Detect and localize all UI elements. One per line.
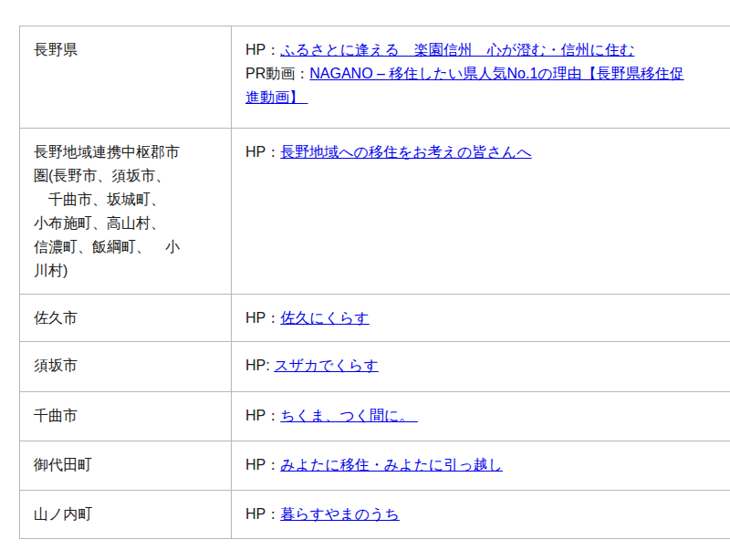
links-cell: HP：長野地域への移住をお考えの皆さんへ: [232, 129, 730, 295]
hp-line: HP：長野地域への移住をお考えの皆さんへ: [245, 140, 730, 164]
region-name: 千曲市: [34, 404, 218, 428]
hp-link[interactable]: スザカでくらす: [274, 358, 379, 373]
municipality-hp-table: 長野県 HP：ふるさとに逢える 楽園信州 心が澄む・信州に住む PR動画：NAG…: [19, 26, 730, 539]
hp-line: HP：ふるさとに逢える 楽園信州 心が澄む・信州に住む: [245, 38, 730, 62]
region-name: 佐久市: [34, 306, 218, 330]
hp-line: HP：佐久にくらす: [245, 306, 730, 330]
table-row: 山ノ内町 HP：暮らすやまのうち: [20, 491, 730, 539]
links-cell: HP: スザカでくらす: [232, 342, 730, 392]
table-row: 長野地域連携中枢郡市 圏(長野市、須坂市、 千曲市、坂城町、 小布施町、高山村、…: [20, 129, 730, 295]
links-cell: HP：みよたに移住・みよたに引っ越し: [232, 441, 730, 491]
region-cell: 千曲市: [20, 392, 232, 441]
table-row: 須坂市 HP: スザカでくらす: [20, 342, 730, 392]
hp-label: HP:: [245, 358, 274, 373]
hp-link[interactable]: 暮らすやまのうち: [280, 506, 400, 522]
links-cell: HP：暮らすやまのうち: [232, 491, 730, 539]
table-row: 千曲市 HP：ちくま、つく間に。: [20, 392, 730, 441]
hp-label: HP：: [245, 144, 280, 160]
pr-video-label: PR動画：: [245, 66, 309, 81]
hp-link[interactable]: 佐久にくらす: [280, 310, 370, 326]
links-cell: HP：ふるさとに逢える 楽園信州 心が澄む・信州に住む PR動画：NAGANO …: [232, 26, 730, 129]
hp-label: HP：: [245, 408, 280, 423]
region-cell: 長野地域連携中枢郡市 圏(長野市、須坂市、 千曲市、坂城町、 小布施町、高山村、…: [20, 129, 232, 295]
region-name: 御代田町: [34, 453, 218, 477]
hp-line: HP：ちくま、つく間に。: [245, 404, 730, 428]
hp-label: HP：: [245, 42, 280, 57]
table-row: 佐久市 HP：佐久にくらす: [20, 295, 730, 342]
table-row: 御代田町 HP：みよたに移住・みよたに引っ越し: [20, 441, 730, 491]
region-cell: 御代田町: [20, 441, 232, 491]
hp-label: HP：: [245, 457, 280, 472]
region-name: 山ノ内町: [34, 503, 218, 526]
region-name: 長野地域連携中枢郡市 圏(長野市、須坂市、 千曲市、坂城町、 小布施町、高山村、…: [34, 140, 218, 283]
region-cell: 佐久市: [20, 295, 232, 342]
region-cell: 山ノ内町: [20, 491, 232, 539]
hp-label: HP：: [245, 506, 280, 522]
hp-line: HP：みよたに移住・みよたに引っ越し: [245, 453, 730, 477]
hp-link[interactable]: 長野地域への移住をお考えの皆さんへ: [280, 144, 531, 160]
hp-line: HP: スザカでくらす: [245, 354, 730, 378]
links-cell: HP：佐久にくらす: [232, 295, 730, 342]
hp-line: HP：暮らすやまのうち: [245, 503, 730, 526]
table-row: 長野県 HP：ふるさとに逢える 楽園信州 心が澄む・信州に住む PR動画：NAG…: [20, 26, 730, 129]
region-name: 須坂市: [34, 354, 218, 378]
pr-video-link[interactable]: NAGANO – 移住したい県人気No.1の理由【長野県移住促 進動画】: [245, 66, 684, 105]
hp-link[interactable]: ふるさとに逢える 楽園信州 心が澄む・信州に住む: [280, 42, 634, 57]
region-cell: 須坂市: [20, 342, 232, 392]
region-name: 長野県: [34, 38, 218, 62]
links-cell: HP：ちくま、つく間に。: [232, 392, 730, 441]
pr-video-line: PR動画：NAGANO – 移住したい県人気No.1の理由【長野県移住促 進動画…: [245, 62, 730, 109]
region-cell: 長野県: [20, 26, 232, 129]
hp-link[interactable]: ちくま、つく間に。: [280, 408, 418, 423]
hp-label: HP：: [245, 310, 280, 326]
page: 長野県 HP：ふるさとに逢える 楽園信州 心が澄む・信州に住む PR動画：NAG…: [0, 0, 730, 560]
hp-link[interactable]: みよたに移住・みよたに引っ越し: [280, 457, 503, 472]
